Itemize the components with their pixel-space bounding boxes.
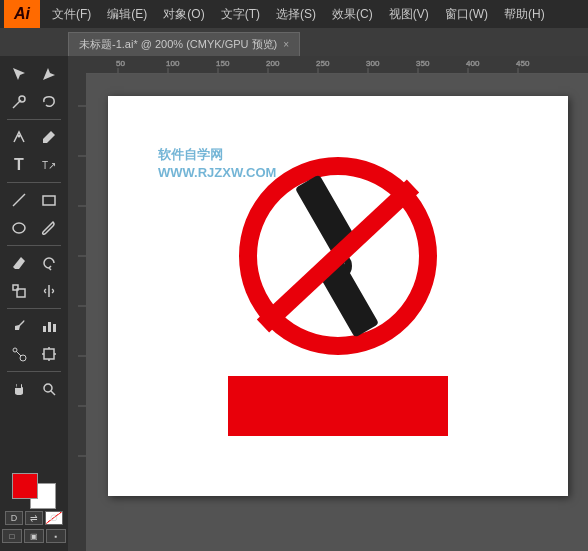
svg-rect-9	[43, 326, 46, 332]
color-swatches[interactable]	[12, 473, 56, 509]
tool-row-wand	[0, 88, 68, 116]
rotate-tool[interactable]	[35, 251, 63, 275]
divider-5	[7, 371, 61, 372]
divider-1	[7, 119, 61, 120]
tool-row-hand	[0, 375, 68, 403]
magic-wand-tool[interactable]	[5, 90, 33, 114]
svg-point-20	[44, 384, 52, 392]
line-tool[interactable]	[5, 188, 33, 212]
menu-text[interactable]: 文字(T)	[213, 0, 268, 28]
graph-tool[interactable]	[35, 314, 63, 338]
foreground-color-swatch[interactable]	[12, 473, 38, 499]
svg-text:100: 100	[166, 59, 180, 68]
divider-4	[7, 308, 61, 309]
svg-text:300: 300	[366, 59, 380, 68]
screen-mode-buttons: □ ▣ ▪	[2, 529, 66, 543]
eyedropper-tool[interactable]	[5, 314, 33, 338]
divider-2	[7, 182, 61, 183]
sign-container	[228, 156, 448, 436]
horizontal-ruler: 50 100 150 200 250 300 350 400 450	[68, 56, 588, 74]
svg-text:450: 450	[516, 59, 530, 68]
tool-row-eyedropper	[0, 312, 68, 340]
menu-select[interactable]: 选择(S)	[268, 0, 324, 28]
svg-text:350: 350	[416, 59, 430, 68]
tab-title: 未标题-1.ai* @ 200% (CMYK/GPU 预览)	[79, 37, 277, 52]
svg-rect-7	[13, 285, 18, 290]
menu-help[interactable]: 帮助(H)	[496, 0, 553, 28]
divider-3	[7, 245, 61, 246]
tool-row-scale	[0, 277, 68, 305]
no-scissors-sign	[238, 156, 438, 356]
menu-bar: Ai 文件(F) 编辑(E) 对象(O) 文字(T) 选择(S) 效果(C) 视…	[0, 0, 588, 28]
svg-text:250: 250	[316, 59, 330, 68]
vertical-ruler	[68, 56, 86, 551]
eraser-tool[interactable]	[5, 251, 33, 275]
menu-effect[interactable]: 效果(C)	[324, 0, 381, 28]
tool-row-ellipse	[0, 214, 68, 242]
tool-row-shape	[0, 186, 68, 214]
svg-line-21	[51, 391, 55, 395]
hand-tool[interactable]	[5, 377, 33, 401]
menu-edit[interactable]: 编辑(E)	[99, 0, 155, 28]
direct-selection-tool[interactable]	[35, 62, 63, 86]
type-tool[interactable]: T	[5, 153, 33, 177]
lasso-tool[interactable]	[35, 90, 63, 114]
app-logo: Ai	[4, 0, 40, 28]
tool-row-eraser	[0, 249, 68, 277]
svg-line-3	[13, 194, 25, 206]
svg-point-2	[18, 135, 21, 138]
tool-row-type: T T↗	[0, 151, 68, 179]
selection-tool[interactable]	[5, 62, 33, 86]
svg-point-5	[13, 223, 25, 233]
svg-rect-11	[53, 324, 56, 332]
svg-text:200: 200	[266, 59, 280, 68]
paintbrush-tool[interactable]	[35, 216, 63, 240]
color-area: D ⇌ ∅ □ ▣ ▪	[0, 469, 68, 547]
svg-rect-4	[43, 196, 55, 205]
presentation-button[interactable]: ▪	[46, 529, 66, 543]
toolbar: T T↗	[0, 56, 68, 551]
touch-type-tool[interactable]: T↗	[35, 153, 63, 177]
menu-items: 文件(F) 编辑(E) 对象(O) 文字(T) 选择(S) 效果(C) 视图(V…	[44, 0, 553, 28]
ellipse-tool[interactable]	[5, 216, 33, 240]
svg-line-14	[16, 351, 21, 356]
tool-row-select	[0, 60, 68, 88]
svg-text:50: 50	[116, 59, 125, 68]
extra-buttons: D ⇌ ∅	[5, 511, 63, 525]
tab-bar: 未标题-1.ai* @ 200% (CMYK/GPU 预览) ×	[0, 28, 588, 56]
rectangle-tool[interactable]	[35, 188, 63, 212]
svg-text:400: 400	[466, 59, 480, 68]
blend-tool[interactable]	[5, 342, 33, 366]
tool-row-blend	[0, 340, 68, 368]
artboard-tool[interactable]	[35, 342, 63, 366]
svg-rect-42	[68, 56, 86, 551]
menu-window[interactable]: 窗口(W)	[437, 0, 496, 28]
none-button[interactable]: ∅	[45, 511, 63, 525]
zoom-tool[interactable]	[35, 377, 63, 401]
tool-row-pen	[0, 123, 68, 151]
width-tool[interactable]	[35, 279, 63, 303]
tab-close-button[interactable]: ×	[283, 39, 289, 50]
pen-tool[interactable]	[5, 125, 33, 149]
normal-screen-button[interactable]: □	[2, 529, 22, 543]
document-tab[interactable]: 未标题-1.ai* @ 200% (CMYK/GPU 预览) ×	[68, 32, 300, 56]
artboard: 软件自学网 WWW.RJZXW.COM	[108, 96, 568, 496]
svg-point-1	[19, 96, 25, 102]
pencil-tool[interactable]	[35, 125, 63, 149]
default-colors-button[interactable]: D	[5, 511, 23, 525]
menu-file[interactable]: 文件(F)	[44, 0, 99, 28]
canvas-area: 50 100 150 200 250 300 350 400 450	[68, 56, 588, 551]
main-area: T T↗	[0, 56, 588, 551]
full-screen-button[interactable]: ▣	[24, 529, 44, 543]
svg-rect-10	[48, 322, 51, 332]
red-rectangle	[228, 376, 448, 436]
swap-colors-button[interactable]: ⇌	[25, 511, 43, 525]
scale-tool[interactable]	[5, 279, 33, 303]
svg-rect-15	[44, 349, 54, 359]
svg-text:150: 150	[216, 59, 230, 68]
menu-view[interactable]: 视图(V)	[381, 0, 437, 28]
menu-object[interactable]: 对象(O)	[155, 0, 212, 28]
